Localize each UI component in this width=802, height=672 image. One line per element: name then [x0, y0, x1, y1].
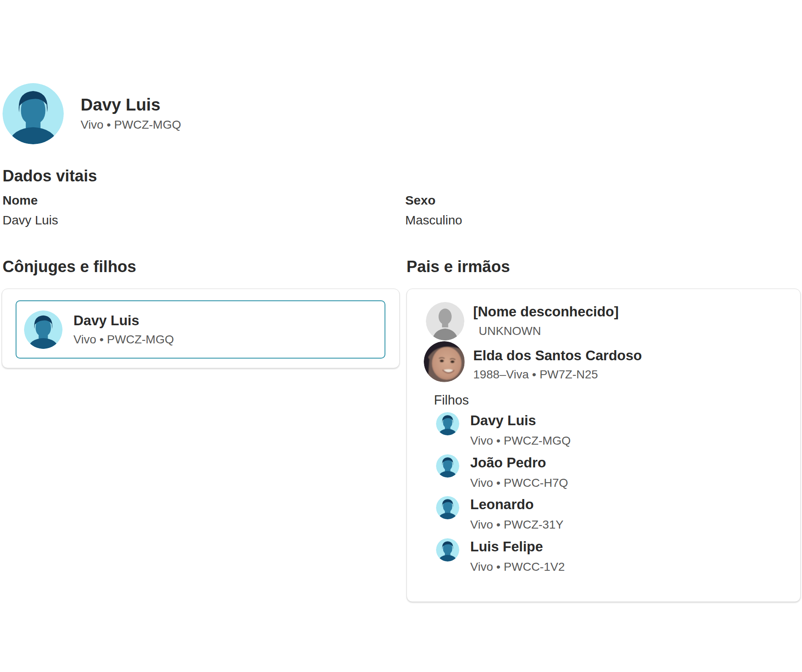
male-avatar-icon[interactable]	[3, 83, 64, 144]
male-avatar-icon	[436, 538, 459, 561]
page-title: Davy Luis	[81, 94, 181, 115]
child-row[interactable]: Leonardo Vivo • PWCZ-31Y	[436, 494, 757, 535]
child-name: Davy Luis	[470, 412, 536, 429]
father-name[interactable]: [Nome desconhecido]	[473, 303, 619, 320]
spouses-card: Davy Luis Vivo • PWCZ-MGQ	[2, 289, 400, 368]
child-status: Vivo • PWCC-H7Q	[470, 476, 568, 490]
parents-card: [Nome desconhecido] UNKNOWN	[406, 289, 801, 602]
field-label-nome: Nome	[3, 193, 38, 208]
vitals-heading: Dados vitais	[3, 167, 97, 185]
male-avatar-icon	[436, 454, 459, 478]
person-header-text: Davy Luis Vivo • PWCZ-MGQ	[81, 94, 181, 133]
spouses-heading: Cônjuges e filhos	[3, 258, 136, 276]
photo-avatar[interactable]	[424, 341, 465, 382]
male-avatar-icon	[24, 310, 62, 349]
person-status: Vivo • PWCZ-MGQ	[81, 116, 181, 133]
mother-name[interactable]: Elda dos Santos Cardoso	[473, 347, 642, 364]
male-avatar-icon	[436, 412, 459, 435]
child-row[interactable]: Luis Felipe Vivo • PWCC-1V2	[436, 537, 757, 577]
field-value-sexo: Masculino	[405, 213, 462, 227]
selected-person-card[interactable]: Davy Luis Vivo • PWCZ-MGQ	[16, 300, 385, 359]
child-status: Vivo • PWCZ-MGQ	[470, 434, 571, 448]
child-status: Vivo • PWCZ-31Y	[470, 518, 564, 532]
male-avatar-icon	[436, 496, 459, 519]
field-value-nome: Davy Luis	[3, 213, 58, 227]
person-name: Davy Luis	[73, 313, 174, 329]
child-name: Luis Felipe	[470, 538, 543, 555]
children-label: Filhos	[434, 393, 469, 408]
unknown-avatar-icon[interactable]	[426, 302, 464, 340]
mother-status: 1988–Viva • PW7Z-N25	[473, 368, 598, 381]
child-row[interactable]: João Pedro Vivo • PWCC-H7Q	[436, 453, 757, 493]
child-name: João Pedro	[470, 454, 546, 471]
parents-heading: Pais e irmãos	[406, 258, 510, 276]
field-label-sexo: Sexo	[405, 193, 436, 208]
child-row[interactable]: Davy Luis Vivo • PWCZ-MGQ	[436, 410, 757, 451]
selected-person-text: Davy Luis Vivo • PWCZ-MGQ	[73, 313, 174, 347]
person-status: Vivo • PWCZ-MGQ	[73, 332, 174, 347]
child-name: Leonardo	[470, 496, 534, 513]
child-status: Vivo • PWCC-1V2	[470, 560, 565, 574]
father-status: UNKNOWN	[479, 324, 541, 338]
person-header: Davy Luis Vivo • PWCZ-MGQ	[3, 83, 181, 144]
